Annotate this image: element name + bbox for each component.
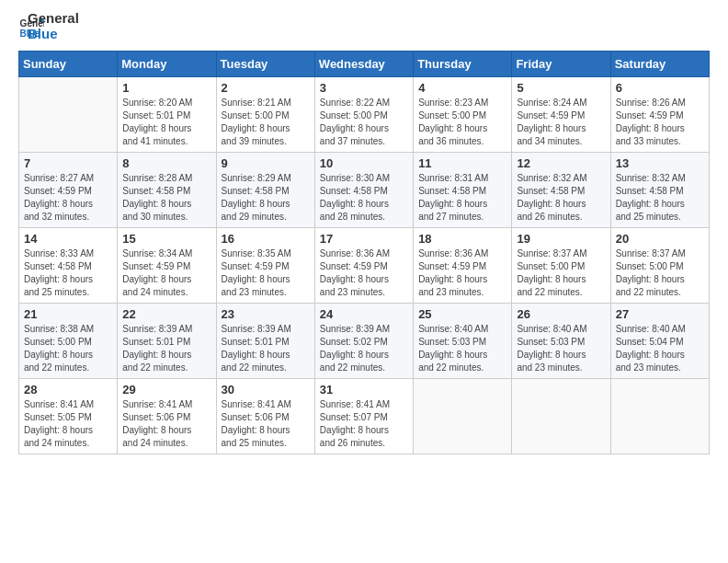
day-info: Sunrise: 8:39 AM Sunset: 5:02 PM Dayligh… <box>320 323 408 374</box>
logo-blue: Blue <box>28 27 79 42</box>
day-number: 24 <box>320 307 408 321</box>
calendar-cell: 16Sunrise: 8:35 AM Sunset: 4:59 PM Dayli… <box>216 228 314 304</box>
day-info: Sunrise: 8:37 AM Sunset: 5:00 PM Dayligh… <box>616 247 704 299</box>
day-info: Sunrise: 8:40 AM Sunset: 5:03 PM Dayligh… <box>517 323 605 374</box>
day-info: Sunrise: 8:31 AM Sunset: 4:58 PM Dayligh… <box>418 172 506 224</box>
page: General Blue General Blue SundayMondayTu… <box>0 0 728 563</box>
day-info: Sunrise: 8:32 AM Sunset: 4:58 PM Dayligh… <box>517 172 605 224</box>
calendar-cell: 23Sunrise: 8:39 AM Sunset: 5:01 PM Dayli… <box>216 304 314 379</box>
day-info: Sunrise: 8:32 AM Sunset: 4:58 PM Dayligh… <box>616 172 704 224</box>
calendar-cell: 15Sunrise: 8:34 AM Sunset: 4:59 PM Dayli… <box>118 228 216 304</box>
calendar-cell: 6Sunrise: 8:26 AM Sunset: 4:59 PM Daylig… <box>610 77 709 153</box>
day-info: Sunrise: 8:27 AM Sunset: 4:59 PM Dayligh… <box>24 172 112 224</box>
day-info: Sunrise: 8:21 AM Sunset: 5:00 PM Dayligh… <box>222 97 310 148</box>
calendar-cell: 17Sunrise: 8:36 AM Sunset: 4:59 PM Dayli… <box>314 228 413 304</box>
calendar-cell: 27Sunrise: 8:40 AM Sunset: 5:04 PM Dayli… <box>610 304 709 379</box>
calendar-header-friday: Friday <box>512 52 610 77</box>
day-info: Sunrise: 8:35 AM Sunset: 4:59 PM Dayligh… <box>222 247 310 299</box>
calendar-cell: 1Sunrise: 8:20 AM Sunset: 5:01 PM Daylig… <box>118 77 216 153</box>
day-number: 28 <box>24 383 112 396</box>
day-number: 4 <box>418 81 506 95</box>
header: General Blue General Blue <box>18 15 710 41</box>
calendar-cell: 29Sunrise: 8:41 AM Sunset: 5:06 PM Dayli… <box>118 379 216 454</box>
day-number: 16 <box>222 232 310 246</box>
logo-general: General <box>28 11 79 27</box>
day-number: 10 <box>320 156 408 170</box>
calendar-cell: 7Sunrise: 8:27 AM Sunset: 4:59 PM Daylig… <box>19 153 118 228</box>
day-number: 12 <box>517 156 605 170</box>
calendar-header-wednesday: Wednesday <box>314 52 413 77</box>
calendar-cell: 28Sunrise: 8:41 AM Sunset: 5:05 PM Dayli… <box>19 379 118 454</box>
calendar-cell: 25Sunrise: 8:40 AM Sunset: 5:03 PM Dayli… <box>414 304 512 379</box>
day-info: Sunrise: 8:28 AM Sunset: 4:58 PM Dayligh… <box>122 172 210 224</box>
calendar-cell: 10Sunrise: 8:30 AM Sunset: 4:58 PM Dayli… <box>314 153 413 228</box>
day-number: 9 <box>222 156 310 170</box>
calendar-week-2: 7Sunrise: 8:27 AM Sunset: 4:59 PM Daylig… <box>19 153 710 228</box>
day-number: 15 <box>122 232 210 246</box>
day-number: 30 <box>222 383 310 396</box>
calendar-week-1: 1Sunrise: 8:20 AM Sunset: 5:01 PM Daylig… <box>19 77 710 153</box>
day-number: 5 <box>517 81 605 95</box>
day-info: Sunrise: 8:39 AM Sunset: 5:01 PM Dayligh… <box>222 323 310 374</box>
day-info: Sunrise: 8:39 AM Sunset: 5:01 PM Dayligh… <box>122 323 210 374</box>
day-number: 31 <box>320 383 408 396</box>
day-info: Sunrise: 8:34 AM Sunset: 4:59 PM Dayligh… <box>122 247 210 299</box>
day-info: Sunrise: 8:41 AM Sunset: 5:05 PM Dayligh… <box>24 398 112 450</box>
calendar-header-row: SundayMondayTuesdayWednesdayThursdayFrid… <box>19 52 710 77</box>
day-info: Sunrise: 8:30 AM Sunset: 4:58 PM Dayligh… <box>320 172 408 224</box>
day-number: 2 <box>222 81 310 95</box>
calendar-cell: 30Sunrise: 8:41 AM Sunset: 5:06 PM Dayli… <box>216 379 314 454</box>
calendar-cell: 26Sunrise: 8:40 AM Sunset: 5:03 PM Dayli… <box>512 304 610 379</box>
day-info: Sunrise: 8:20 AM Sunset: 5:01 PM Dayligh… <box>122 97 210 148</box>
day-info: Sunrise: 8:29 AM Sunset: 4:58 PM Dayligh… <box>222 172 310 224</box>
calendar-header-sunday: Sunday <box>19 52 118 77</box>
calendar-cell: 21Sunrise: 8:38 AM Sunset: 5:00 PM Dayli… <box>19 304 118 379</box>
logo: General Blue General Blue <box>18 15 79 41</box>
day-number: 1 <box>122 81 210 95</box>
day-info: Sunrise: 8:41 AM Sunset: 5:07 PM Dayligh… <box>320 398 408 450</box>
day-number: 29 <box>122 383 210 396</box>
day-number: 13 <box>616 156 704 170</box>
calendar-cell: 31Sunrise: 8:41 AM Sunset: 5:07 PM Dayli… <box>314 379 413 454</box>
calendar-table: SundayMondayTuesdayWednesdayThursdayFrid… <box>18 51 710 454</box>
day-info: Sunrise: 8:23 AM Sunset: 5:00 PM Dayligh… <box>418 97 506 148</box>
day-info: Sunrise: 8:24 AM Sunset: 4:59 PM Dayligh… <box>517 97 605 148</box>
day-number: 3 <box>320 81 408 95</box>
day-info: Sunrise: 8:41 AM Sunset: 5:06 PM Dayligh… <box>222 398 310 450</box>
day-info: Sunrise: 8:38 AM Sunset: 5:00 PM Dayligh… <box>24 323 112 374</box>
day-info: Sunrise: 8:36 AM Sunset: 4:59 PM Dayligh… <box>418 247 506 299</box>
calendar-cell: 13Sunrise: 8:32 AM Sunset: 4:58 PM Dayli… <box>610 153 709 228</box>
day-number: 6 <box>616 81 704 95</box>
day-number: 14 <box>24 232 112 246</box>
calendar-cell: 11Sunrise: 8:31 AM Sunset: 4:58 PM Dayli… <box>414 153 512 228</box>
day-number: 19 <box>517 232 605 246</box>
day-number: 11 <box>418 156 506 170</box>
day-number: 17 <box>320 232 408 246</box>
day-info: Sunrise: 8:41 AM Sunset: 5:06 PM Dayligh… <box>122 398 210 450</box>
calendar-cell: 2Sunrise: 8:21 AM Sunset: 5:00 PM Daylig… <box>216 77 314 153</box>
calendar-cell: 24Sunrise: 8:39 AM Sunset: 5:02 PM Dayli… <box>314 304 413 379</box>
calendar-week-3: 14Sunrise: 8:33 AM Sunset: 4:58 PM Dayli… <box>19 228 710 304</box>
day-number: 22 <box>122 307 210 321</box>
day-info: Sunrise: 8:36 AM Sunset: 4:59 PM Dayligh… <box>320 247 408 299</box>
calendar-cell: 20Sunrise: 8:37 AM Sunset: 5:00 PM Dayli… <box>610 228 709 304</box>
day-number: 7 <box>24 156 112 170</box>
day-number: 26 <box>517 307 605 321</box>
calendar-cell <box>19 77 118 153</box>
day-number: 8 <box>122 156 210 170</box>
day-number: 23 <box>222 307 310 321</box>
day-info: Sunrise: 8:33 AM Sunset: 4:58 PM Dayligh… <box>24 247 112 299</box>
day-info: Sunrise: 8:40 AM Sunset: 5:04 PM Dayligh… <box>616 323 704 374</box>
calendar-cell: 8Sunrise: 8:28 AM Sunset: 4:58 PM Daylig… <box>118 153 216 228</box>
calendar-cell: 22Sunrise: 8:39 AM Sunset: 5:01 PM Dayli… <box>118 304 216 379</box>
calendar-cell: 19Sunrise: 8:37 AM Sunset: 5:00 PM Dayli… <box>512 228 610 304</box>
day-info: Sunrise: 8:22 AM Sunset: 5:00 PM Dayligh… <box>320 97 408 148</box>
calendar-cell: 4Sunrise: 8:23 AM Sunset: 5:00 PM Daylig… <box>414 77 512 153</box>
calendar-week-5: 28Sunrise: 8:41 AM Sunset: 5:05 PM Dayli… <box>19 379 710 454</box>
calendar-cell <box>414 379 512 454</box>
day-info: Sunrise: 8:37 AM Sunset: 5:00 PM Dayligh… <box>517 247 605 299</box>
calendar-cell: 3Sunrise: 8:22 AM Sunset: 5:00 PM Daylig… <box>314 77 413 153</box>
calendar-header-thursday: Thursday <box>414 52 512 77</box>
calendar-header-monday: Monday <box>118 52 216 77</box>
calendar-cell <box>610 379 709 454</box>
